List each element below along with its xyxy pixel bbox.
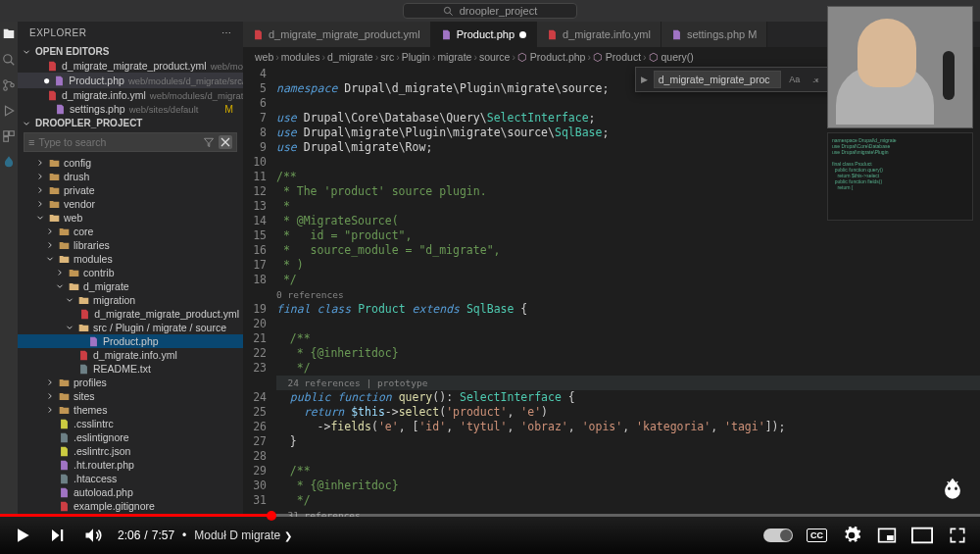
svg-point-10 xyxy=(948,486,951,490)
tree-file[interactable]: .ht.router.php xyxy=(18,458,243,472)
tree-folder[interactable]: config xyxy=(18,156,243,170)
channel-watermark[interactable] xyxy=(939,476,966,507)
open-editor-item[interactable]: d_migrate_migrate_product.yml web/module… xyxy=(18,59,243,73)
find-chevron-icon[interactable]: ▶ xyxy=(641,75,648,84)
svg-point-2 xyxy=(4,55,12,63)
svg-rect-8 xyxy=(10,131,15,136)
tree-folder[interactable]: contrib xyxy=(18,266,243,279)
chapter-title[interactable]: Moduł D migrate xyxy=(194,529,280,542)
command-center[interactable]: droopler_project xyxy=(403,3,578,19)
svg-rect-9 xyxy=(4,137,9,142)
tree-search-input[interactable] xyxy=(38,136,199,148)
tree-folder[interactable]: profiles xyxy=(18,376,243,389)
video-controls: 2:06/7:57 • Moduł D migrate ❯ CC xyxy=(0,517,980,554)
time-display: 2:06/7:57 • Moduł D migrate ❯ xyxy=(118,529,292,542)
chevron-right-icon[interactable]: ❯ xyxy=(284,530,292,541)
theater-button[interactable] xyxy=(911,525,933,546)
tree-folder[interactable]: sites xyxy=(18,389,243,403)
source-control-icon[interactable] xyxy=(2,78,16,92)
svg-rect-16 xyxy=(912,529,932,543)
svg-line-1 xyxy=(450,12,453,15)
chevron-down-icon xyxy=(22,47,31,57)
filter-icon[interactable] xyxy=(203,136,215,148)
volume-button[interactable] xyxy=(82,525,104,546)
tree-folder[interactable]: d_migrate xyxy=(18,279,243,293)
editor-tab[interactable]: d_migrate.info.yml xyxy=(537,22,662,47)
sidebar-header: EXPLORER ⋯ xyxy=(18,22,243,44)
secondary-screen-overlay: namespace Drupal\d_migrateuse Drupal\Cor… xyxy=(827,132,973,221)
tree-file[interactable]: README.txt xyxy=(18,362,243,376)
open-editor-item[interactable]: settings.php web/sites/defaultM xyxy=(18,102,243,116)
chevron-down-icon xyxy=(22,119,31,128)
regex-button[interactable]: .⁎ xyxy=(808,72,824,87)
tree-file[interactable]: Product.php xyxy=(18,334,243,348)
svg-point-11 xyxy=(955,486,957,490)
editor-tab[interactable]: settings.php M xyxy=(662,22,768,47)
tree-folder[interactable]: migration xyxy=(18,293,243,307)
extensions-icon[interactable] xyxy=(2,129,16,143)
tree-file[interactable]: .eslintignore xyxy=(18,430,243,444)
tree-folder[interactable]: private xyxy=(18,183,243,197)
tree-file[interactable]: d_migrate_migrate_product.yml xyxy=(18,307,243,321)
open-editor-item[interactable]: ●Product.php web/modules/d_migrate/src/P… xyxy=(18,73,243,88)
more-icon[interactable]: ⋯ xyxy=(221,27,232,38)
tree-file[interactable]: d_migrate.info.yml xyxy=(18,348,243,362)
settings-button[interactable] xyxy=(841,525,862,546)
file-tree: configdrushprivatevendorwebcorelibraries… xyxy=(18,156,243,517)
svg-rect-15 xyxy=(887,535,894,540)
drupal-icon[interactable] xyxy=(2,155,16,169)
close-search-button[interactable] xyxy=(219,135,232,149)
project-header[interactable]: DROOPLER_PROJECT xyxy=(18,116,243,130)
activity-bar xyxy=(0,22,18,517)
open-editor-item[interactable]: d_migrate.info.yml web/modules/d_migrate xyxy=(18,88,243,102)
miniplayer-button[interactable] xyxy=(876,525,898,546)
find-input[interactable] xyxy=(654,71,781,88)
tree-folder[interactable]: themes xyxy=(18,403,243,417)
tree-folder[interactable]: modules xyxy=(18,252,243,266)
editor-tab[interactable]: Product.php xyxy=(431,22,537,47)
search-activity-icon[interactable] xyxy=(2,53,16,67)
tree-file[interactable]: autoload.php xyxy=(18,485,243,499)
svg-point-5 xyxy=(4,87,8,91)
svg-point-4 xyxy=(4,80,8,84)
tree-folder[interactable]: web xyxy=(18,211,243,225)
debug-icon[interactable] xyxy=(2,104,16,118)
tree-folder[interactable]: vendor xyxy=(18,197,243,211)
captions-button[interactable]: CC xyxy=(807,529,827,542)
tree-folder[interactable]: core xyxy=(18,225,243,238)
tree-folder[interactable]: src / Plugin / migrate / source xyxy=(18,321,243,334)
explorer-icon[interactable] xyxy=(2,27,16,41)
next-button[interactable] xyxy=(47,525,69,546)
editor-tab[interactable]: d_migrate_migrate_product.yml xyxy=(243,22,431,47)
webcam-overlay xyxy=(827,6,973,128)
tree-file[interactable]: .csslintrc xyxy=(18,417,243,430)
tree-folder[interactable]: libraries xyxy=(18,238,243,252)
svg-point-0 xyxy=(444,7,450,13)
tree-folder[interactable]: drush xyxy=(18,170,243,183)
tree-file[interactable]: example.gitignore xyxy=(18,499,243,513)
fullscreen-button[interactable] xyxy=(947,525,968,546)
tree-file[interactable]: .eslintrc.json xyxy=(18,444,243,458)
search-icon xyxy=(443,6,454,17)
title-text: droopler_project xyxy=(460,5,538,17)
match-case-button[interactable]: Aa xyxy=(787,72,803,87)
svg-rect-7 xyxy=(4,131,9,136)
svg-point-6 xyxy=(11,83,15,87)
svg-line-3 xyxy=(11,62,15,66)
autoplay-toggle[interactable] xyxy=(763,529,793,542)
open-editors-header[interactable]: OPEN EDITORS xyxy=(18,44,243,59)
tree-file[interactable]: .htaccess xyxy=(18,472,243,485)
play-button[interactable] xyxy=(12,525,33,546)
sidebar: EXPLORER ⋯ OPEN EDITORS d_migrate_migrat… xyxy=(18,22,243,517)
tree-search[interactable]: ≡ xyxy=(24,132,237,152)
